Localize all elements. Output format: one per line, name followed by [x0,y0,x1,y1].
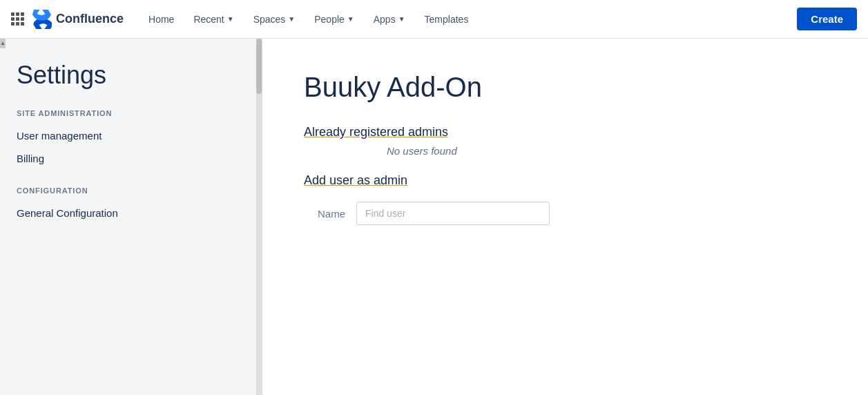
logo[interactable]: Confluence [32,10,124,29]
nav-templates[interactable]: Templates [416,10,477,29]
scrollbar-thumb[interactable] [256,39,262,94]
registered-admins-link[interactable]: Already registered admins [304,125,448,139]
page-title: Buuky Add-On [304,72,827,103]
name-label: Name [304,208,345,220]
add-user-section: Add user as admin Name [304,173,827,225]
spaces-chevron-icon: ▼ [288,15,295,23]
main-content: Buuky Add-On Already registered admins N… [262,39,868,395]
sidebar-item-general-config[interactable]: General Configuration [17,202,245,224]
name-form-row: Name [304,202,827,225]
apps-chevron-icon: ▼ [398,15,405,23]
nav-spaces[interactable]: Spaces ▼ [245,10,304,29]
apps-grid-icon[interactable] [11,12,24,26]
sidebar-item-billing[interactable]: Billing [17,147,245,170]
registered-admins-section: Already registered admins No users found [304,125,827,157]
recent-chevron-icon: ▼ [227,15,234,23]
logo-text: Confluence [56,12,124,26]
no-users-text: No users found [387,145,827,157]
page-layout: ▲ Settings SITE ADMINISTRATION User mana… [0,39,868,395]
find-user-input[interactable] [356,202,550,225]
nav-people[interactable]: People ▼ [306,10,363,29]
sidebar-title: Settings [17,61,245,90]
nav-apps[interactable]: Apps ▼ [365,10,414,29]
scrollbar-up-arrow[interactable]: ▲ [0,39,6,48]
configuration-label: CONFIGURATION [17,186,245,195]
sidebar: ▲ Settings SITE ADMINISTRATION User mana… [0,39,262,395]
scrollbar-track [256,39,262,395]
site-admin-label: SITE ADMINISTRATION [17,109,245,117]
site-admin-section: SITE ADMINISTRATION User management Bill… [17,109,245,170]
confluence-logo-icon [32,10,52,29]
create-button[interactable]: Create [797,8,857,30]
people-chevron-icon: ▼ [347,15,354,23]
nav-home[interactable]: Home [140,10,182,29]
sidebar-item-user-management[interactable]: User management [17,124,245,147]
topnav: Confluence Home Recent ▼ Spaces ▼ People… [0,0,868,39]
nav-recent[interactable]: Recent ▼ [185,10,242,29]
configuration-section: CONFIGURATION General Configuration [17,186,245,224]
add-user-link[interactable]: Add user as admin [304,173,407,188]
